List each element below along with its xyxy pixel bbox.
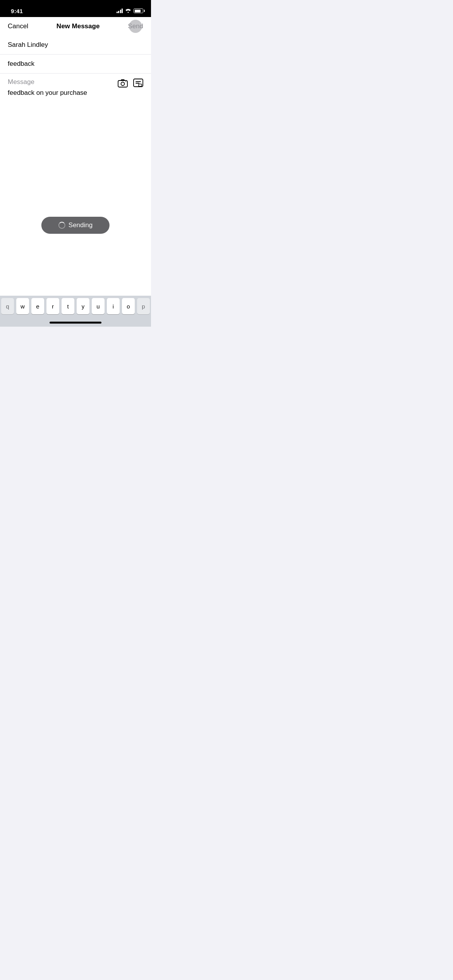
- recipient-field[interactable]: Sarah Lindley: [0, 36, 151, 55]
- camera-icon[interactable]: [118, 78, 128, 90]
- key-i[interactable]: i: [107, 298, 120, 314]
- template-icon[interactable]: [133, 78, 143, 90]
- nav-bar: Cancel New Message Send: [0, 17, 151, 36]
- key-u[interactable]: u: [92, 298, 105, 314]
- key-o[interactable]: o: [122, 298, 135, 314]
- cancel-button[interactable]: Cancel: [8, 22, 28, 30]
- recipient-value: Sarah Lindley: [8, 41, 48, 48]
- key-r[interactable]: r: [46, 298, 59, 314]
- sending-label: Sending: [69, 221, 93, 229]
- sending-button[interactable]: Sending: [41, 217, 110, 234]
- key-p[interactable]: p: [137, 298, 150, 314]
- status-icons: [117, 8, 144, 14]
- message-toolbar: [118, 78, 143, 90]
- compose-title: New Message: [57, 22, 100, 30]
- svg-rect-4: [139, 84, 142, 86]
- status-bar: 9:41: [0, 0, 151, 17]
- svg-point-1: [121, 82, 125, 86]
- key-q[interactable]: q: [1, 298, 14, 314]
- message-area[interactable]: Message feedback on your purchase: [0, 74, 151, 327]
- sending-spinner: [58, 222, 65, 229]
- key-t[interactable]: t: [62, 298, 74, 314]
- key-y[interactable]: y: [77, 298, 89, 314]
- signal-bars-icon: [117, 9, 123, 13]
- home-indicator: [50, 322, 101, 324]
- compose-container: Cancel New Message Send Sarah Lindley fe…: [0, 17, 151, 327]
- subject-field[interactable]: feedback: [0, 55, 151, 74]
- svg-point-2: [125, 81, 126, 82]
- key-e[interactable]: e: [31, 298, 44, 314]
- wifi-icon: [125, 8, 131, 14]
- status-time: 9:41: [11, 8, 23, 14]
- send-overlay: [129, 20, 142, 33]
- send-button-wrapper[interactable]: Send: [128, 22, 143, 30]
- subject-value: feedback: [8, 60, 34, 67]
- battery-icon: [134, 9, 143, 13]
- key-w[interactable]: w: [16, 298, 29, 314]
